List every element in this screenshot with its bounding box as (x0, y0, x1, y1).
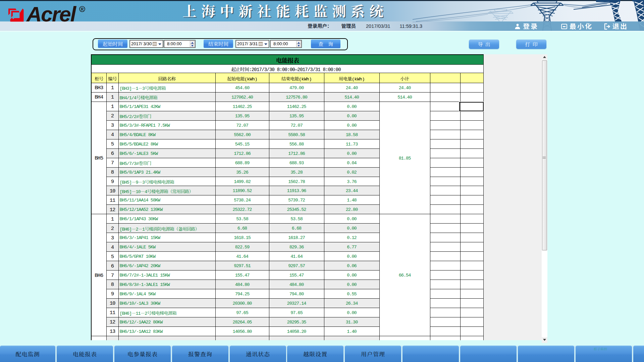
svg-text:Acrel: Acrel (26, 2, 76, 26)
svg-text:R: R (81, 7, 84, 12)
